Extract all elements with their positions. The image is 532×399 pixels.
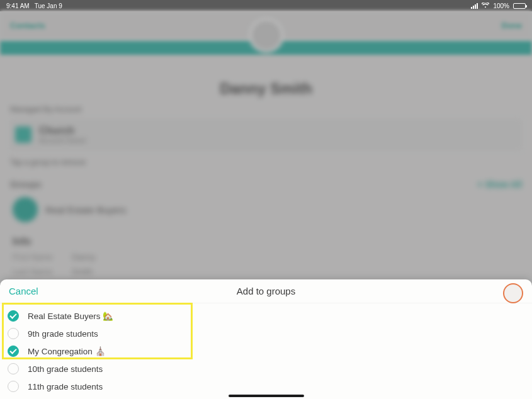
checkbox-unchecked-icon[interactable] — [8, 381, 19, 392]
group-label: My Congregation ⛪ — [28, 346, 106, 356]
wifi-icon — [482, 3, 489, 9]
screen: 9:41 AM Tue Jan 9 100% Contacts Done Dan… — [0, 0, 532, 399]
status-bar: 9:41 AM Tue Jan 9 100% — [0, 0, 532, 11]
group-label: Real Estate Buyers 🏡 — [28, 311, 113, 321]
group-label: 10th grade students — [28, 364, 103, 374]
sheet-header: Cancel Add to groups — [0, 279, 532, 303]
group-row[interactable]: My Congregation ⛪ — [0, 342, 532, 360]
sheet-title: Add to groups — [237, 286, 295, 296]
group-list: Real Estate Buyers 🏡9th grade studentsMy… — [0, 303, 532, 395]
status-time: 9:41 AM — [6, 3, 30, 9]
checkbox-unchecked-icon[interactable] — [8, 363, 19, 374]
group-row[interactable]: 9th grade students — [0, 325, 532, 342]
group-row[interactable]: 10th grade students — [0, 360, 532, 378]
signal-icon — [471, 3, 478, 9]
cancel-button[interactable]: Cancel — [9, 286, 38, 296]
contact-avatar-small — [503, 283, 523, 303]
battery-percent: 100% — [493, 3, 509, 9]
checkbox-unchecked-icon[interactable] — [8, 328, 19, 339]
group-label: 11th grade students — [28, 382, 103, 391]
checkbox-checked-icon[interactable] — [8, 346, 19, 357]
group-label: 9th grade students — [28, 329, 98, 339]
group-row[interactable]: Real Estate Buyers 🏡 — [0, 307, 532, 325]
add-to-groups-sheet: Cancel Add to groups Real Estate Buyers … — [0, 279, 532, 399]
group-row[interactable]: 11th grade students — [0, 378, 532, 395]
status-date: Tue Jan 9 — [35, 3, 62, 9]
home-indicator[interactable] — [229, 395, 304, 397]
checkbox-checked-icon[interactable] — [8, 310, 19, 322]
battery-icon — [513, 3, 526, 9]
